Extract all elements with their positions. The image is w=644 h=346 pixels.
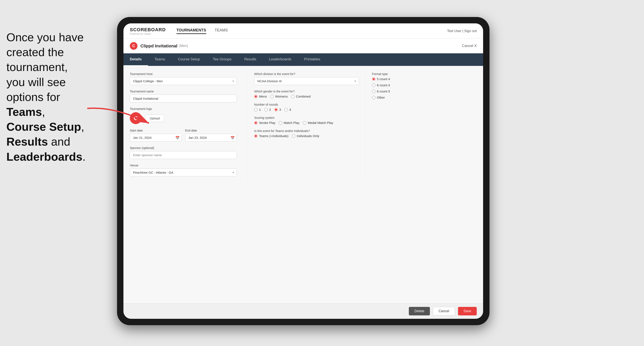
scoring-match-radio[interactable]: [279, 121, 282, 125]
tablet-screen: SCOREBOARD Powered by clippd TOURNAMENTS…: [124, 23, 483, 319]
logo-area: SCOREBOARD Powered by clippd: [130, 27, 166, 35]
delete-button[interactable]: Delete: [409, 307, 430, 315]
format-6count4-label: 6 count 4: [377, 83, 390, 87]
gender-label: Which gender is the event for?: [254, 90, 359, 93]
rounds-4-radio[interactable]: [284, 108, 288, 111]
user-info: Test User | Sign out: [447, 29, 477, 33]
format-5count4[interactable]: 5 count 4: [372, 77, 477, 81]
gender-field: Which gender is the event for? Mens Wome…: [254, 90, 359, 98]
tab-course-setup[interactable]: Course Setup: [172, 53, 206, 66]
teams-plus-radio[interactable]: [254, 134, 258, 138]
rounds-3-radio[interactable]: [274, 108, 278, 111]
rounds-4-label: 4: [289, 108, 291, 111]
app-header: SCOREBOARD Powered by clippd TOURNAMENTS…: [124, 23, 483, 39]
tab-details[interactable]: Details: [124, 53, 148, 66]
format-6count5-radio[interactable]: [372, 90, 376, 93]
sponsor-input[interactable]: [130, 151, 237, 159]
tournament-host-select-wrapper: Clippd College - Men: [130, 77, 237, 85]
scoring-field: Scoring system Stroke Play Match Play: [254, 116, 359, 125]
tournament-icon: C: [130, 42, 138, 50]
gender-womens-radio[interactable]: [270, 95, 274, 98]
division-select-wrapper: NCAA Division III: [254, 77, 359, 85]
end-date-input[interactable]: [185, 134, 237, 142]
rounds-label: Number of rounds: [254, 103, 359, 106]
logo-text: SCOREBOARD: [130, 27, 166, 32]
gender-combined-radio[interactable]: [291, 95, 294, 98]
rounds-3-label: 3: [279, 108, 281, 111]
nav-tournaments[interactable]: TOURNAMENTS: [176, 28, 206, 34]
teams-plus-individuals[interactable]: Teams (+Individuals): [254, 134, 288, 138]
rounds-1-radio[interactable]: [254, 108, 258, 111]
tab-leaderboards[interactable]: Leaderboards: [262, 53, 298, 66]
format-other-radio[interactable]: [372, 96, 376, 99]
desc-comma1: ,: [42, 105, 45, 118]
rounds-field: Number of rounds 1 2: [254, 103, 359, 111]
format-6count4-radio[interactable]: [372, 84, 376, 87]
rounds-2-radio[interactable]: [264, 108, 268, 111]
gender-womens[interactable]: Womens: [270, 95, 288, 98]
gender-womens-label: Womens: [275, 95, 288, 98]
tournament-type: (Men): [179, 44, 188, 48]
individuals-only-radio[interactable]: [292, 134, 295, 138]
tab-results[interactable]: Results: [238, 53, 263, 66]
teams-radio-group: Teams (+Individuals) Individuals Only: [254, 134, 359, 138]
venue-label: Venue: [130, 164, 237, 167]
division-select[interactable]: NCAA Division III: [254, 77, 359, 85]
venue-select[interactable]: Peachtree GC - Atlanta - GA: [130, 169, 237, 176]
rounds-1[interactable]: 1: [254, 108, 261, 111]
desc-bold-course: Course Setup: [6, 120, 81, 133]
rounds-4[interactable]: 4: [284, 108, 291, 111]
tournament-name-label: Tournament name: [130, 90, 237, 93]
page-description: Once you havecreated thetournament,you w…: [6, 30, 111, 164]
desc-bold-teams: Teams: [6, 105, 42, 118]
scoring-stroke[interactable]: Stroke Play: [254, 121, 276, 125]
tab-tee-groups[interactable]: Tee Groups: [206, 53, 238, 66]
tournament-host-label: Tournament Host: [130, 72, 237, 76]
gender-combined[interactable]: Combined: [291, 95, 310, 98]
scoring-stroke-radio[interactable]: [254, 121, 258, 125]
rounds-2[interactable]: 2: [264, 108, 271, 111]
format-6count5[interactable]: 6 count 5: [372, 89, 477, 93]
format-5count4-label: 5 count 4: [377, 77, 390, 81]
save-button[interactable]: Save: [458, 307, 477, 315]
end-date-group: End date 📅: [185, 129, 237, 142]
middle-column: Which division is the event for? NCAA Di…: [248, 72, 359, 181]
format-5count4-radio[interactable]: [372, 77, 376, 81]
division-label: Which division is the event for?: [254, 72, 359, 76]
scoring-match[interactable]: Match Play: [279, 121, 300, 125]
tab-teams[interactable]: Teams: [148, 53, 172, 66]
right-column: Format type 5 count 4 6 count 4: [366, 72, 477, 181]
division-field: Which division is the event for? NCAA Di…: [254, 72, 359, 85]
cancel-top-button[interactable]: Cancel X: [462, 44, 477, 48]
sponsor-label: Sponsor (optional): [130, 146, 237, 150]
scoring-medal-match-radio[interactable]: [303, 121, 306, 125]
scoring-label: Scoring system: [254, 116, 359, 119]
tournament-header: C Clippd Invitational (Men) Cancel X: [124, 39, 483, 53]
nav-teams[interactable]: TEAMS: [215, 28, 228, 34]
end-date-label: End date: [185, 129, 237, 132]
format-other[interactable]: Other: [372, 96, 477, 99]
tab-printables[interactable]: Printables: [298, 53, 327, 66]
individuals-only[interactable]: Individuals Only: [292, 134, 319, 138]
format-6count4[interactable]: 6 count 4: [372, 83, 477, 87]
format-other-label: Other: [377, 96, 385, 99]
tournament-host-select[interactable]: Clippd College - Men: [130, 77, 237, 85]
format-label: Format type: [372, 72, 477, 76]
form-footer: Delete Cancel Save: [124, 303, 483, 319]
gender-mens-radio[interactable]: [254, 95, 258, 98]
gender-combined-label: Combined: [296, 95, 310, 98]
start-date-input[interactable]: [130, 134, 182, 142]
tournament-name-input[interactable]: [130, 95, 237, 102]
cancel-button[interactable]: Cancel: [433, 307, 455, 315]
venue-select-wrapper: Peachtree GC - Atlanta - GA: [130, 169, 237, 176]
gender-mens[interactable]: Mens: [254, 95, 267, 98]
main-nav: TOURNAMENTS TEAMS: [176, 28, 447, 34]
rounds-2-label: 2: [269, 108, 271, 111]
individuals-only-label: Individuals Only: [297, 134, 319, 138]
rounds-3[interactable]: 3: [274, 108, 281, 111]
gender-mens-label: Mens: [259, 95, 267, 98]
scoring-match-label: Match Play: [284, 121, 300, 125]
desc-period: .: [82, 150, 86, 163]
scoring-medal-match[interactable]: Medal Match Play: [303, 121, 333, 125]
tablet-device: SCOREBOARD Powered by clippd TOURNAMENTS…: [117, 17, 490, 325]
